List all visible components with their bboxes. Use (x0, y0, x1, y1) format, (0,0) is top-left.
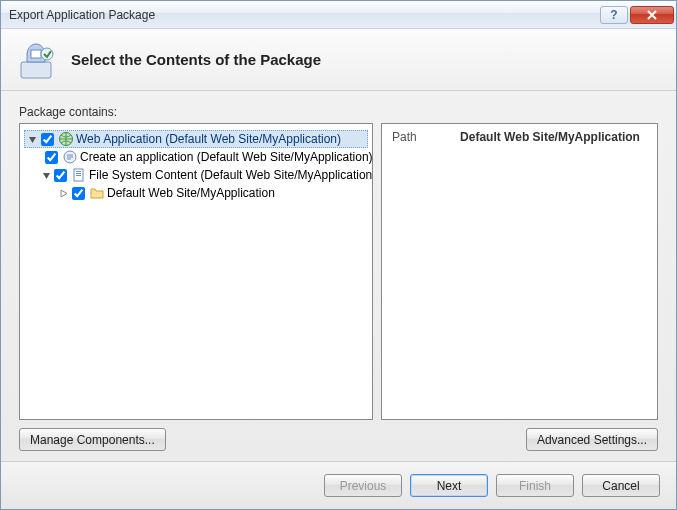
package-contains-label: Package contains: (19, 105, 658, 119)
svg-rect-0 (21, 62, 51, 78)
content-panels: Web Application (Default Web Site/MyAppl… (19, 123, 658, 420)
svg-rect-8 (76, 175, 81, 176)
svg-rect-6 (76, 171, 81, 172)
window-title: Export Application Package (9, 8, 598, 22)
cancel-button[interactable]: Cancel (582, 474, 660, 497)
tree-panel[interactable]: Web Application (Default Web Site/MyAppl… (19, 123, 373, 420)
dialog-footer: Previous Next Finish Cancel (1, 461, 676, 509)
previous-button[interactable]: Previous (324, 474, 402, 497)
svg-rect-7 (76, 173, 81, 174)
mid-button-row: Manage Components... Advanced Settings..… (19, 428, 658, 451)
svg-rect-1 (31, 50, 41, 58)
file-content-icon (71, 167, 87, 183)
tree-node-label: Web Application (Default Web Site/MyAppl… (76, 132, 341, 146)
tree-node-label: File System Content (Default Web Site/My… (89, 168, 373, 182)
help-button[interactable]: ? (600, 6, 628, 24)
tree-node-label: Default Web Site/MyApplication (107, 186, 275, 200)
tree-checkbox[interactable] (45, 151, 58, 164)
app-icon (62, 149, 78, 165)
tree-checkbox[interactable] (41, 133, 54, 146)
expander-icon[interactable] (58, 188, 69, 199)
manage-components-button[interactable]: Manage Components... (19, 428, 166, 451)
detail-path-value: Default Web Site/MyApplication (460, 130, 640, 144)
close-icon (647, 10, 657, 20)
tree-node-label: Create an application (Default Web Site/… (80, 150, 373, 164)
tree-node-child[interactable]: Create an application (Default Web Site/… (40, 148, 368, 166)
expander-icon[interactable] (42, 170, 51, 181)
tree-node-child[interactable]: Default Web Site/MyApplication (56, 184, 368, 202)
tree-node-root[interactable]: Web Application (Default Web Site/MyAppl… (24, 130, 368, 148)
dialog-header: Select the Contents of the Package (1, 29, 676, 91)
globe-icon (58, 131, 74, 147)
detail-panel: Path Default Web Site/MyApplication (381, 123, 658, 420)
titlebar: Export Application Package ? (1, 1, 676, 29)
close-button[interactable] (630, 6, 674, 24)
expander-icon[interactable] (27, 134, 38, 145)
dialog-title: Select the Contents of the Package (71, 51, 321, 68)
folder-icon (89, 185, 105, 201)
tree-node-child[interactable]: File System Content (Default Web Site/My… (40, 166, 368, 184)
tree-checkbox[interactable] (72, 187, 85, 200)
dialog-body: Package contains: Web Application (Defau… (1, 91, 676, 461)
dialog-window: Export Application Package ? Select the … (0, 0, 677, 510)
advanced-settings-button[interactable]: Advanced Settings... (526, 428, 658, 451)
detail-row-path: Path Default Web Site/MyApplication (392, 130, 647, 144)
detail-path-label: Path (392, 130, 442, 144)
next-button[interactable]: Next (410, 474, 488, 497)
package-icon (17, 40, 57, 80)
tree-checkbox[interactable] (54, 169, 67, 182)
finish-button[interactable]: Finish (496, 474, 574, 497)
